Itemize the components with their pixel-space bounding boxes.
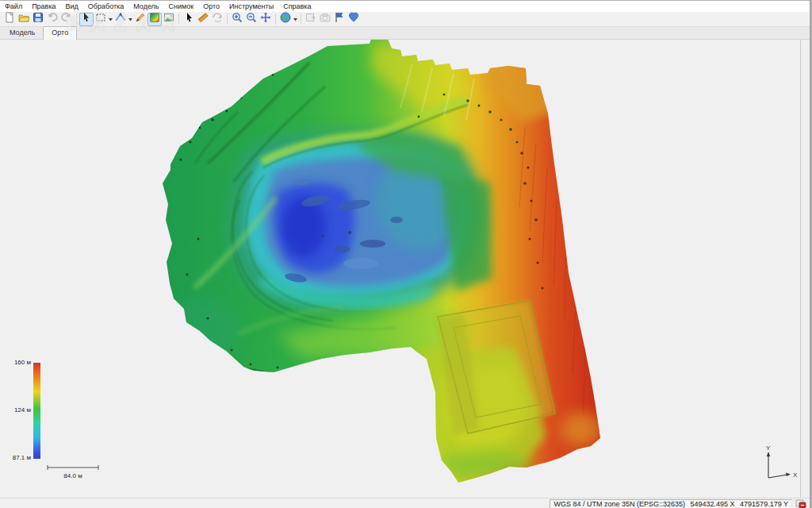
axis-gizmo: Y X bbox=[740, 443, 803, 491]
menu-edit[interactable]: Правка bbox=[27, 1, 60, 12]
toolbar-separator bbox=[178, 13, 179, 25]
tab-model[interactable]: Модель bbox=[2, 27, 43, 39]
toolbar bbox=[0, 12, 810, 27]
pro-badge-icon bbox=[347, 11, 360, 27]
pan-arrows-icon bbox=[259, 11, 272, 27]
pencil-icon bbox=[134, 11, 147, 27]
zoom-in-icon bbox=[231, 11, 243, 27]
menu-help[interactable]: Справка bbox=[278, 1, 316, 12]
undo-icon bbox=[46, 11, 59, 27]
elevation-legend-gradient bbox=[33, 363, 40, 459]
globe-dropdown[interactable] bbox=[293, 13, 298, 26]
camera-icon bbox=[319, 11, 331, 27]
badge-button[interactable] bbox=[347, 13, 361, 26]
coordinate-x: 549432.495 X bbox=[691, 500, 735, 508]
navigation-cursor-icon bbox=[80, 11, 93, 27]
scale-bar-label: 84.0 м bbox=[44, 472, 102, 479]
globe-icon bbox=[279, 11, 292, 27]
polygon-draw-button[interactable] bbox=[113, 13, 128, 26]
rectangle-select-dropdown[interactable] bbox=[108, 13, 113, 26]
coordinate-y: 4791579.179 Y bbox=[740, 500, 788, 508]
globe-button[interactable] bbox=[278, 13, 293, 26]
scale-bar bbox=[44, 464, 102, 471]
save-floppy-icon bbox=[32, 11, 44, 27]
ruler-tool-button[interactable] bbox=[196, 13, 210, 26]
rotate-icon bbox=[211, 11, 224, 27]
open-button[interactable] bbox=[17, 13, 31, 26]
open-folder-icon bbox=[17, 11, 30, 27]
polygon-draw-icon bbox=[114, 11, 127, 27]
image-view-button[interactable] bbox=[162, 13, 176, 26]
ruler-icon bbox=[197, 11, 209, 27]
menu-bar: Файл Правка Вид Обработка Модель Снимок … bbox=[0, 1, 810, 12]
capture-button[interactable] bbox=[318, 13, 332, 26]
palette-icon bbox=[148, 11, 161, 27]
zoom-out-button[interactable] bbox=[244, 13, 259, 26]
axis-x-label: X bbox=[793, 471, 798, 479]
undo-button[interactable] bbox=[45, 13, 59, 26]
legend-min-label: 87.1 м bbox=[5, 454, 31, 461]
zoom-in-button[interactable] bbox=[230, 13, 244, 26]
new-document-icon bbox=[3, 11, 16, 27]
menu-ortho[interactable]: Орто bbox=[198, 1, 224, 12]
redo-icon bbox=[60, 11, 73, 27]
navigation-tool-button[interactable] bbox=[79, 13, 94, 26]
toolbar-separator bbox=[275, 13, 276, 25]
pan-button[interactable] bbox=[259, 13, 273, 26]
axis-y-label: Y bbox=[766, 444, 771, 452]
save-button[interactable] bbox=[31, 13, 45, 26]
menu-tools[interactable]: Инструменты bbox=[224, 1, 278, 12]
rectangle-select-icon bbox=[94, 11, 107, 27]
toolbar-separator bbox=[76, 13, 77, 25]
legend-max-label: 160 м bbox=[5, 359, 31, 366]
menu-model[interactable]: Модель bbox=[128, 1, 163, 12]
tab-ortho[interactable]: Орто bbox=[43, 26, 77, 40]
ortho-viewport[interactable]: B A Z A R ´ bbox=[0, 40, 800, 498]
pointer-tool-button[interactable] bbox=[182, 13, 196, 26]
dem-palette-button[interactable] bbox=[147, 13, 162, 26]
menu-file[interactable]: Файл bbox=[0, 1, 27, 12]
image-icon bbox=[163, 11, 175, 27]
zoom-out-icon bbox=[245, 11, 258, 27]
view-tabs: Модель Орто bbox=[0, 27, 810, 40]
menu-workflow[interactable]: Обработка bbox=[83, 1, 128, 12]
status-bar: WGS 84 / UTM zone 35N (EPSG::32635) 5494… bbox=[0, 498, 810, 508]
legend-mid-label: 124 м bbox=[5, 406, 31, 414]
new-document-button[interactable] bbox=[2, 13, 17, 26]
pointer-icon bbox=[182, 11, 195, 27]
crs-label: WGS 84 / UTM zone 35N (EPSG::32635) bbox=[553, 500, 685, 508]
flag-icon bbox=[333, 11, 346, 27]
crs-status-icon[interactable] bbox=[795, 499, 806, 508]
dem-orthomosaic bbox=[0, 40, 800, 498]
export-icon bbox=[304, 11, 317, 27]
menu-photo[interactable]: Снимок bbox=[164, 1, 199, 12]
menu-view[interactable]: Вид bbox=[61, 1, 83, 12]
metashape-window: { "menu": { "items": ["Файл", "Правка", … bbox=[0, 0, 812, 508]
toolbar-separator bbox=[301, 13, 301, 25]
export-view-button[interactable] bbox=[304, 13, 318, 26]
crs-coordinates-box: WGS 84 / UTM zone 35N (EPSG::32635) 5494… bbox=[550, 499, 792, 508]
toolbar-separator bbox=[227, 13, 228, 25]
flag-button[interactable] bbox=[332, 13, 347, 26]
draw-polyline-button[interactable] bbox=[133, 13, 147, 26]
rotate-tool-button[interactable] bbox=[210, 13, 224, 26]
polygon-draw-dropdown[interactable] bbox=[128, 13, 133, 26]
redo-button[interactable] bbox=[59, 13, 74, 26]
rectangle-select-button[interactable] bbox=[94, 13, 108, 26]
